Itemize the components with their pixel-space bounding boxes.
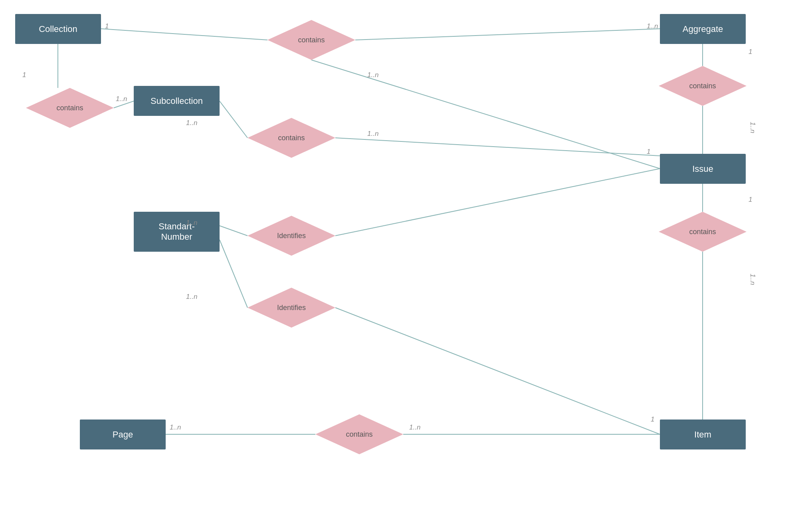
svg-line-5 (220, 101, 248, 138)
entity-subcollection: Subcollection (134, 86, 220, 116)
diamond-contains-sub-issue: contains (248, 118, 335, 158)
mult-agg-in: 1..n (647, 22, 658, 30)
mult-cross-top1: 1..n (367, 71, 378, 79)
entity-item: Item (660, 420, 746, 449)
diamond-contains-agg-issue: contains (659, 66, 747, 106)
mult-issue-in: 1 (647, 148, 650, 156)
entity-standart-number: Standart- Number (134, 212, 220, 252)
mult-page-out: 1..n (170, 424, 181, 431)
mult-issue-out: 1 (749, 196, 752, 204)
entity-issue: Issue (660, 154, 746, 184)
mult-agg-down: 1 (749, 48, 752, 56)
svg-line-11 (220, 226, 248, 236)
mult-subcollection-out: 1..n (186, 119, 197, 127)
svg-line-0 (101, 29, 267, 40)
mult-subcollection-in: 1..n (116, 95, 127, 103)
diamond-contains-page-item: contains (315, 414, 403, 454)
mult-cross-top2: 1..n (367, 130, 378, 138)
entity-page: Page (80, 420, 166, 449)
mult-issue-agg-in: 1..n (749, 122, 757, 133)
diamond-contains-issue-item: contains (659, 212, 747, 252)
diamond-identifies-std-item: Identifies (248, 288, 335, 328)
entity-aggregate: Aggregate (660, 14, 746, 44)
mult-std-out-top: 1..n (186, 219, 197, 227)
svg-line-6 (335, 138, 660, 156)
diamond-contains-col-agg: contains (267, 20, 355, 60)
entity-collection: Collection (15, 14, 101, 44)
diamond-identifies-std-issue: Identifies (248, 216, 335, 256)
mult-item-page-in: 1..n (409, 424, 420, 431)
mult-item-in-top: 1 (651, 416, 654, 424)
mult-collection-out: 1 (105, 22, 109, 30)
svg-line-12 (335, 169, 660, 236)
mult-item-in-issue: 1..n (749, 274, 757, 285)
mult-std-out-bot: 1..n (186, 293, 197, 301)
mult-collection-down: 1 (22, 71, 26, 79)
svg-line-1 (355, 29, 660, 40)
svg-line-4 (311, 60, 660, 169)
diamond-contains-col-sub: contains (26, 88, 114, 128)
svg-line-13 (220, 240, 248, 308)
